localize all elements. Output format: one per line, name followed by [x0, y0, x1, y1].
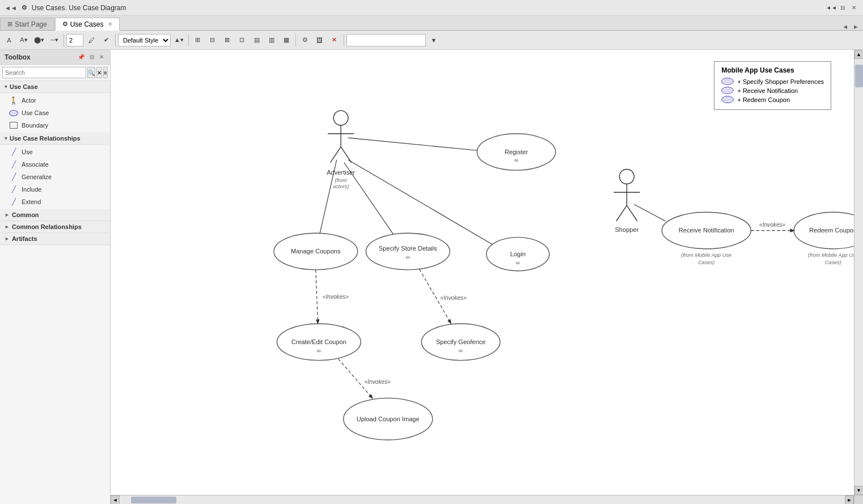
toolbox-item-use[interactable]: ╱ Use — [0, 146, 110, 158]
common-rels-collapse-arrow: ► — [5, 224, 10, 230]
toolbar-grid-btn[interactable]: ⚙ — [298, 33, 312, 47]
legend-item-2[interactable]: + Redeem Coupon — [721, 96, 824, 103]
toolbar-align-center-btn[interactable]: ⊟ — [206, 33, 219, 47]
tab-usecases-label: Use Cases — [70, 20, 104, 28]
toolbox-section-relationships-header[interactable]: ▾ Use Case Relationships — [0, 133, 110, 145]
toolbox-relationship-items: ╱ Use ╱ Associate ╱ Generalize ╱ Include — [0, 145, 110, 209]
nav-back-btn[interactable]: ◄◄ — [5, 5, 17, 11]
toolbox-pin-btn[interactable]: 📌 — [76, 53, 86, 61]
common-rels-section-label: Common Relationships — [12, 223, 82, 230]
toolbox-title: Toolbox — [5, 53, 31, 61]
toolbar-delete-btn[interactable]: ✕ — [328, 33, 341, 47]
svg-text:Create/Edit Coupon: Create/Edit Coupon — [291, 338, 346, 345]
boundary-icon — [9, 121, 18, 130]
svg-text:∞: ∞ — [514, 157, 518, 163]
toolbox-search-menu-btn[interactable]: ≡ — [103, 67, 108, 78]
toolbar-align-left-btn[interactable]: ⊞ — [191, 33, 205, 47]
title-close-btn[interactable]: ✕ — [849, 3, 858, 12]
toolbox-item-extend[interactable]: ╱ Extend — [0, 196, 110, 208]
toolbar-style-select[interactable]: Default Style — [118, 34, 171, 46]
toolbar-align-middle-btn[interactable]: ▤ — [250, 33, 264, 47]
svg-point-0 — [333, 111, 348, 125]
toolbox-section-use-case: ▾ Use Case 🚶 Actor Use Case Boundary — [0, 81, 110, 133]
title-float-btn[interactable]: ⊟ — [838, 3, 847, 12]
toolbox-float-btn[interactable]: ⊟ — [88, 53, 96, 61]
scroll-right-btn[interactable]: ► — [845, 495, 854, 505]
scroll-down-btn[interactable]: ▼ — [854, 486, 864, 495]
tab-start-page[interactable]: ⊞ Start Page — [0, 18, 54, 30]
svg-line-3 — [331, 147, 341, 163]
toolbox-section-common: ► Common — [0, 209, 110, 221]
scroll-track-v[interactable] — [854, 59, 863, 486]
toolbar-align-right-btn[interactable]: ⊠ — [221, 33, 234, 47]
artifacts-collapse-arrow: ► — [5, 236, 10, 242]
extend-rel-icon: ╱ — [9, 197, 18, 206]
diagram-canvas[interactable]: Advertiser (from actors) Shopper Registe… — [111, 50, 854, 495]
tab-use-cases[interactable]: ⚙ Use Cases ✕ — [55, 18, 120, 31]
title-minimize-btn[interactable]: ◄◄ — [827, 3, 836, 12]
svg-text:Specify Store Details: Specify Store Details — [379, 245, 437, 252]
toolbar: A A▾ ⬤▾ ─▾ 🖊 ✔ Default Style ▲▾ ⊞ ⊟ ⊠ ⊡ … — [0, 31, 863, 50]
toolbox-item-generalize[interactable]: ╱ Generalize — [0, 171, 110, 183]
scroll-thumb-h[interactable] — [131, 497, 176, 503]
legend-box: Mobile App Use Cases + Specify Shopper P… — [714, 61, 831, 110]
svg-text:∞: ∞ — [459, 348, 463, 354]
scroll-thumb-v[interactable] — [855, 65, 863, 87]
toolbox-section-artifacts-header[interactable]: ► Artifacts — [0, 233, 110, 245]
tab-start-label: Start Page — [15, 20, 47, 28]
toolbar-check-btn[interactable]: ✔ — [99, 33, 113, 47]
legend-item-0[interactable]: + Specify Shopper Preferences — [721, 78, 824, 85]
toolbar-line-btn[interactable]: ─▾ — [48, 33, 61, 47]
app-window: ◄◄ ⚙ Use Cases. Use Case Diagram ◄◄ ⊟ ✕ … — [0, 0, 863, 504]
toolbar-sep-1 — [64, 34, 64, 46]
toolbar-brush-btn[interactable]: 🖊 — [84, 33, 98, 47]
toolbox-close-btn[interactable]: ✕ — [98, 53, 105, 61]
toolbar-export-btn[interactable]: 🖼 — [313, 33, 327, 47]
common-section-label: Common — [12, 211, 39, 218]
title-bar-left: ◄◄ ⚙ Use Cases. Use Case Diagram — [5, 4, 126, 12]
toolbox-item-include[interactable]: ╱ Include — [0, 183, 110, 196]
toolbar-zoom-input[interactable] — [66, 34, 83, 46]
toolbar-filter-btn[interactable]: ▼ — [427, 33, 441, 47]
tab-usecases-icon: ⚙ — [62, 20, 68, 28]
scroll-up-btn[interactable]: ▲ — [854, 50, 864, 59]
toolbar-font-btn[interactable]: A▾ — [17, 33, 31, 47]
toolbox-section-use-case-header[interactable]: ▾ Use Case — [0, 81, 110, 93]
toolbox-search-submit-btn[interactable]: 🔍 — [87, 67, 95, 78]
toolbox-search-input[interactable] — [2, 67, 86, 78]
use-case-section-label: Use Case — [10, 83, 38, 90]
use-case-collapse-arrow: ▾ — [5, 84, 7, 90]
toolbox-item-boundary[interactable]: Boundary — [0, 119, 110, 132]
toolbar-align-bottom-btn[interactable]: ▥ — [265, 33, 278, 47]
title-bar: ◄◄ ⚙ Use Cases. Use Case Diagram ◄◄ ⊟ ✕ — [0, 0, 863, 16]
toolbox-search-clear-btn[interactable]: ✕ — [96, 67, 102, 78]
tab-usecases-close[interactable]: ✕ — [108, 21, 112, 27]
scroll-track-h[interactable] — [120, 496, 845, 504]
toolbar-fill-btn[interactable]: ⬤▾ — [32, 33, 46, 47]
scroll-left-btn[interactable]: ◄ — [111, 495, 120, 505]
toolbox-item-actor[interactable]: 🚶 Actor — [0, 94, 110, 107]
toolbar-color-btn[interactable]: ▲▾ — [172, 33, 186, 47]
toolbar-dist-h-btn[interactable]: ▦ — [280, 33, 293, 47]
svg-text:Cases): Cases) — [698, 260, 714, 265]
toolbox-item-associate[interactable]: ╱ Associate — [0, 158, 110, 171]
toolbar-filter-input[interactable] — [346, 34, 426, 46]
legend-item-0-label: + Specify Shopper Preferences — [737, 78, 824, 85]
toolbar-align-top-btn[interactable]: ⊡ — [235, 33, 249, 47]
actor-icon: 🚶 — [9, 96, 18, 105]
include-rel-icon: ╱ — [9, 185, 18, 194]
svg-line-46 — [316, 270, 318, 323]
toolbox-item-usecase[interactable]: Use Case — [0, 107, 110, 119]
toolbox-section-common-header[interactable]: ► Common — [0, 209, 110, 221]
toolbox-section-common-rels-header[interactable]: ► Common Relationships — [0, 221, 110, 233]
v-scrollbar: ▲ ▼ — [854, 50, 863, 495]
toolbox-section-relationships: ▾ Use Case Relationships ╱ Use ╱ Associa… — [0, 133, 110, 209]
toolbar-sep-3 — [188, 34, 189, 46]
legend-item-1[interactable]: + Receive Notification — [721, 87, 824, 94]
tab-nav-right[interactable]: ► — [851, 23, 861, 30]
tab-nav-left[interactable]: ◄ — [840, 23, 850, 30]
tab-bar: ⊞ Start Page ⚙ Use Cases ✕ ◄ ► — [0, 16, 863, 31]
toolbar-text-btn[interactable]: A — [2, 33, 16, 47]
use-label: Use — [22, 149, 33, 155]
svg-text:Shopper: Shopper — [615, 226, 638, 233]
